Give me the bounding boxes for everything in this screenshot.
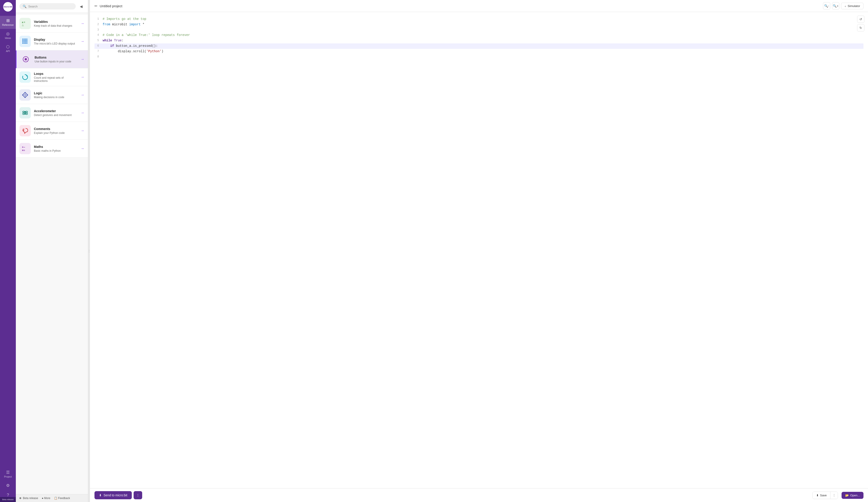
feedback-label[interactable]: 📋 Feedback: [54, 496, 70, 500]
open-button[interactable]: 📂 Open...: [841, 492, 864, 499]
maths-icon-wrap: +− ×÷: [19, 143, 31, 154]
api-icon: ⬡: [6, 45, 10, 49]
code-line-6: 6 if button_a.is_pressed():: [94, 43, 864, 49]
display-icon-wrap: [19, 36, 31, 47]
display-icon: [21, 38, 29, 45]
logic-arrow-icon: →: [81, 93, 84, 97]
ideas-icon: ◎: [6, 32, 10, 36]
accelerometer-text: Accelerometer Detect gestures and moveme…: [34, 109, 78, 117]
code-line-8: 8: [94, 54, 864, 60]
svg-rect-7: [24, 40, 25, 41]
simulator-button[interactable]: ⬦ Simulator: [841, 3, 864, 9]
svg-text:+−: +−: [22, 146, 25, 149]
accelerometer-icon: [21, 109, 29, 116]
svg-rect-9: [27, 40, 27, 41]
code-content-6: if button_a.is_pressed():: [103, 43, 158, 49]
save-more-button[interactable]: ⋮: [830, 492, 838, 499]
save-more-icon: ⋮: [833, 494, 836, 497]
maths-desc: Basic maths in Python: [34, 149, 78, 152]
sidebar-item-ideas[interactable]: ◎ Ideas: [0, 29, 16, 42]
loops-title: Loops: [34, 72, 78, 75]
zoom-in-icon: 🔍+: [833, 4, 838, 8]
undo-button[interactable]: ↺: [857, 16, 865, 23]
line-number-6: 6: [94, 43, 99, 48]
variables-icon: a = △: [21, 20, 29, 27]
nav-items: ⊞ Reference ◎ Ideas ⬡ API: [0, 16, 16, 468]
save-icon: ⬇: [816, 494, 819, 497]
reference-item-maths[interactable]: +− ×÷ Maths Basic maths in Python →: [16, 140, 88, 157]
logic-icon: [21, 91, 29, 99]
maths-title: Maths: [34, 145, 78, 148]
reference-item-accelerometer[interactable]: Accelerometer Detect gestures and moveme…: [16, 104, 88, 122]
editor-side-actions: ↺ ↻: [857, 16, 865, 31]
settings-icon: ⚙: [6, 483, 10, 488]
accelerometer-title: Accelerometer: [34, 109, 78, 113]
line-number-8: 8: [94, 54, 99, 59]
reference-item-buttons[interactable]: ↓ Buttons Use button inputs in your code…: [16, 50, 88, 68]
variables-title: Variables: [34, 20, 78, 23]
comments-desc: Explain your Python code: [34, 131, 78, 135]
svg-rect-5: [27, 39, 27, 40]
save-button[interactable]: ⬇ Save: [813, 492, 831, 499]
maths-arrow-icon: →: [81, 146, 84, 151]
zoom-in-button[interactable]: 🔍+: [832, 2, 839, 10]
beta-dot: [19, 497, 21, 499]
comments-icon-wrap: #: [19, 125, 31, 136]
svg-text:△: △: [22, 24, 24, 26]
save-btn-group: ⬇ Save ⋮: [813, 492, 838, 499]
sidebar-item-project[interactable]: ☰ Project: [0, 468, 16, 481]
save-label: Save: [820, 494, 827, 497]
code-editor[interactable]: 1 # Imports go at the top 2 from microbi…: [90, 12, 868, 488]
send-options-icon: ⋮: [136, 493, 140, 497]
open-label: Open...: [850, 494, 860, 497]
loops-text: Loops Count and repeat sets of instructi…: [34, 72, 78, 83]
sidebar-item-api-label: API: [6, 50, 10, 52]
redo-button[interactable]: ↻: [857, 24, 865, 31]
svg-text:×÷: ×÷: [22, 149, 25, 152]
search-box[interactable]: 🔍 Search: [19, 3, 76, 10]
variables-arrow-icon: →: [81, 21, 84, 25]
buttons-desc: Use button inputs in your code: [34, 60, 78, 63]
sidebar-item-settings[interactable]: ⚙: [0, 481, 16, 490]
header-actions: 🔍- 🔍+ ⬦ Simulator: [823, 2, 864, 10]
reference-item-loops[interactable]: Loops Count and repeat sets of instructi…: [16, 68, 88, 86]
logo-inner: micro:bit: [3, 2, 13, 11]
panel-divider[interactable]: [88, 0, 90, 502]
line-number-3: 3: [94, 27, 99, 32]
logo[interactable]: micro:bit: [0, 0, 16, 13]
sidebar-item-api[interactable]: ⬡ API: [0, 42, 16, 55]
reference-header: 🔍 Search ◀: [16, 0, 88, 13]
zoom-out-button[interactable]: 🔍-: [823, 2, 830, 10]
reference-item-logic[interactable]: Logic Making decisions in code →: [16, 86, 88, 104]
accelerometer-desc: Detect gestures and movement: [34, 113, 78, 117]
sidebar-item-reference[interactable]: ⊞ Reference: [0, 16, 16, 29]
code-content-5: while True:: [103, 38, 123, 43]
line-number-5: 5: [94, 38, 99, 43]
logic-desc: Making decisions in code: [34, 96, 78, 99]
send-icon: ⬇: [99, 493, 102, 497]
reference-item-comments[interactable]: # Comments Explain your Python code →: [16, 122, 88, 140]
variables-icon-wrap: a = △: [19, 18, 31, 29]
maths-text: Maths Basic maths in Python: [34, 145, 78, 152]
buttons-icon-wrap: ↓: [20, 54, 31, 65]
beta-label: Beta release: [19, 496, 38, 500]
reference-panel-bottom: Beta release ● More 📋 Feedback: [16, 494, 88, 502]
code-content-8: [103, 54, 104, 60]
svg-rect-13: [27, 41, 27, 42]
sidebar-item-ideas-label: Ideas: [5, 37, 11, 39]
reference-item-variables[interactable]: a = △ Variables Keep track of data that …: [16, 15, 88, 33]
svg-rect-4: [25, 39, 26, 40]
send-options-button[interactable]: ⋮: [134, 491, 142, 499]
collapse-panel-button[interactable]: ◀: [78, 3, 84, 10]
bottom-toolbar: ⬇ Send to micro:bit ⋮ ⬇ Save ⋮ 📂 Open...: [90, 488, 868, 502]
svg-text:↓: ↓: [27, 60, 28, 62]
send-to-microbit-button[interactable]: ⬇ Send to micro:bit: [94, 491, 132, 499]
loops-arrow-icon: →: [81, 75, 84, 79]
svg-rect-15: [24, 43, 25, 44]
more-label[interactable]: ● More: [42, 496, 50, 500]
project-title[interactable]: Untitled project: [100, 4, 821, 8]
logic-title: Logic: [34, 91, 78, 95]
svg-point-29: [24, 112, 26, 113]
reference-item-display[interactable]: Display The micro:bit's LED display outp…: [16, 33, 88, 50]
line-number-4: 4: [94, 33, 99, 38]
